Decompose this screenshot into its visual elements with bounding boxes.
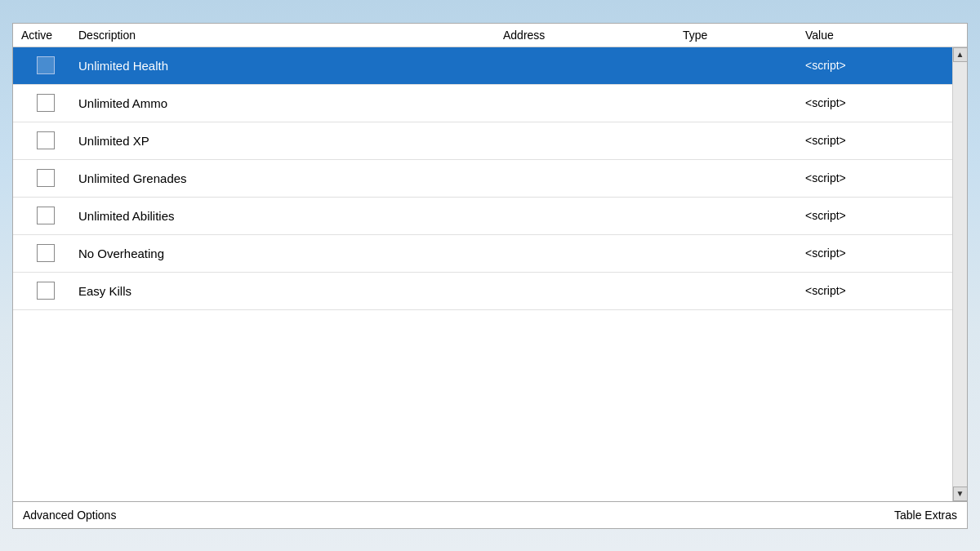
- cell-value-0: <script>: [805, 59, 952, 72]
- table-row[interactable]: Unlimited Ammo <script>: [13, 85, 952, 122]
- cell-description-5: No Overheating: [78, 247, 503, 260]
- cell-value-6: <script>: [805, 284, 952, 297]
- checkbox-3[interactable]: [37, 169, 55, 187]
- cell-description-4: Unlimited Abilities: [78, 209, 503, 223]
- cell-value-3: <script>: [805, 171, 952, 184]
- cell-active-0[interactable]: [13, 56, 78, 74]
- cell-active-2[interactable]: [13, 131, 78, 149]
- cell-description-3: Unlimited Grenades: [78, 171, 503, 185]
- cell-value-4: <script>: [805, 209, 952, 222]
- cell-active-1[interactable]: [13, 94, 78, 112]
- checkbox-2[interactable]: [37, 131, 55, 149]
- table-row[interactable]: No Overheating <script>: [13, 235, 952, 273]
- header-type: Type: [683, 29, 805, 42]
- cheat-table: Active Description Address Type Value Un…: [13, 24, 967, 501]
- checkbox-6[interactable]: [37, 282, 55, 300]
- header-active: Active: [13, 29, 78, 42]
- scroll-up-button[interactable]: ▲: [953, 47, 968, 62]
- checkbox-4[interactable]: [37, 207, 55, 224]
- scrollbar[interactable]: ▲ ▼: [952, 47, 967, 501]
- cell-description-0: Unlimited Health: [78, 59, 503, 73]
- checkbox-1[interactable]: [37, 94, 55, 112]
- cell-value-2: <script>: [805, 134, 952, 147]
- checkbox-5[interactable]: [37, 244, 55, 262]
- header-value: Value: [805, 29, 952, 42]
- cell-active-3[interactable]: [13, 169, 78, 187]
- checkbox-0[interactable]: [37, 56, 55, 74]
- scroll-track[interactable]: [953, 62, 967, 487]
- cell-description-6: Easy Kills: [78, 284, 503, 298]
- footer-advanced-options[interactable]: Advanced Options: [23, 509, 116, 522]
- header-description: Description: [78, 29, 503, 42]
- table-row[interactable]: Unlimited Health <script>: [13, 47, 952, 85]
- footer-table-extras[interactable]: Table Extras: [894, 509, 957, 522]
- cheat-engine-window: Active Description Address Type Value Un…: [12, 23, 968, 529]
- header-scrollbar-spacer: [952, 29, 967, 42]
- rows-container: Unlimited Health <script> Unlimited Ammo…: [13, 47, 952, 501]
- footer: Advanced Options Table Extras: [13, 501, 967, 528]
- cell-description-2: Unlimited XP: [78, 134, 503, 148]
- table-row[interactable]: Easy Kills <script>: [13, 273, 952, 310]
- table-row[interactable]: Unlimited XP <script>: [13, 122, 952, 160]
- header-address: Address: [503, 29, 683, 42]
- cell-value-1: <script>: [805, 96, 952, 109]
- cell-value-5: <script>: [805, 247, 952, 260]
- table-header: Active Description Address Type Value: [13, 24, 967, 47]
- cell-active-5[interactable]: [13, 244, 78, 262]
- table-body-area: Unlimited Health <script> Unlimited Ammo…: [13, 47, 967, 501]
- table-row[interactable]: Unlimited Grenades <script>: [13, 160, 952, 198]
- cell-active-4[interactable]: [13, 207, 78, 224]
- scroll-down-button[interactable]: ▼: [953, 487, 968, 501]
- cell-active-6[interactable]: [13, 282, 78, 300]
- table-row[interactable]: Unlimited Abilities <script>: [13, 198, 952, 235]
- cell-description-1: Unlimited Ammo: [78, 96, 503, 110]
